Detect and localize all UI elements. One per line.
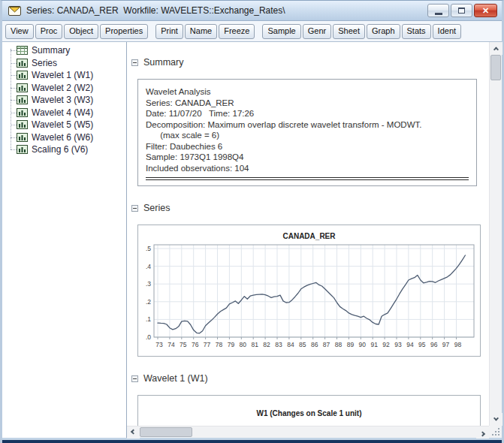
sidebar-item-wavelet-1[interactable]: Wavelet 1 (W1)	[5, 69, 126, 82]
sidebar-item-label: Wavelet 1 (W1)	[32, 70, 93, 80]
section-label: Summary	[143, 57, 183, 68]
collapse-toggle-summary[interactable]	[131, 59, 138, 66]
sidebar-item-wavelet-3[interactable]: Wavelet 3 (W3)	[5, 94, 126, 107]
svg-text:91: 91	[370, 341, 378, 348]
toolbar-button-sheet[interactable]: Sheet	[333, 24, 365, 39]
summary-line: Date: 11/07/20 Time: 17:26	[146, 108, 469, 119]
window-title: Series: CANADA_RER Workfile: WAVELETS::E…	[26, 5, 427, 16]
summary-output-box: Wavelet Analysis Series: CANADA_RER Date…	[137, 79, 477, 186]
toolbar-button-name[interactable]: Name	[185, 24, 217, 39]
svg-text:93: 93	[394, 341, 402, 348]
svg-text:85: 85	[299, 341, 306, 348]
section-label: Series	[143, 203, 170, 213]
bar-chart-icon	[17, 120, 28, 129]
sidebar-item-series[interactable]: Series	[5, 57, 126, 70]
section-header-wavelet1: Wavelet 1 (W1)	[131, 373, 489, 384]
toolbar-button-ident[interactable]: Ident	[433, 24, 461, 39]
svg-text:86: 86	[311, 341, 318, 348]
svg-text:90: 90	[359, 341, 367, 348]
sidebar-item-wavelet-6[interactable]: Wavelet 6 (W6)	[5, 131, 126, 144]
toolbar-button-properties[interactable]: Properties	[100, 24, 148, 39]
sidebar-item-label: Scaling 6 (V6)	[32, 144, 88, 155]
toolbar-button-sample[interactable]: Sample	[262, 24, 300, 39]
summary-line: Decomposition: Maximum overlap discrete …	[146, 119, 469, 131]
vertical-scrollbar[interactable]	[489, 42, 502, 426]
close-button[interactable]: ✕	[474, 4, 497, 17]
bar-chart-icon	[17, 133, 28, 142]
toolbar-button-proc[interactable]: Proc	[35, 24, 63, 39]
restore-button[interactable]	[451, 4, 472, 17]
svg-text:83: 83	[275, 341, 282, 348]
content-area: Summary Wavelet Analysis Series: CANADA_…	[127, 42, 489, 426]
toolbar-button-freeze[interactable]: Freeze	[219, 24, 255, 39]
close-icon: ✕	[482, 7, 489, 15]
sidebar-item-label: Series	[32, 58, 57, 68]
svg-text:.1: .1	[146, 315, 151, 323]
minimize-icon	[435, 13, 442, 15]
toolbar-button-object[interactable]: Object	[64, 24, 98, 39]
minimize-button[interactable]	[427, 4, 449, 17]
resize-grip[interactable]	[489, 426, 502, 438]
toolbar-button-print[interactable]: Print	[155, 24, 183, 39]
vertical-scroll-track[interactable]	[490, 80, 502, 413]
scroll-up-button[interactable]	[490, 42, 502, 55]
svg-text:.3: .3	[146, 280, 151, 288]
svg-text:92: 92	[382, 341, 390, 348]
toolbar: View Proc Object Properties Print Name F…	[2, 21, 502, 42]
toolbar-group-object: View Proc Object Properties	[5, 24, 148, 39]
sidebar-item-label: Wavelet 4 (W4)	[32, 107, 93, 118]
svg-text:82: 82	[263, 341, 270, 348]
sidebar-item-wavelet-2[interactable]: Wavelet 2 (W2)	[5, 82, 126, 95]
svg-text:.5: .5	[146, 245, 151, 252]
horizontal-scroll-thumb[interactable]	[140, 427, 192, 437]
series-graph-box: CANADA_RER .0.1.2.3.4.573747576777879808…	[137, 225, 481, 357]
collapse-toggle-wavelet1[interactable]	[131, 375, 138, 382]
toolbar-button-view[interactable]: View	[5, 24, 34, 39]
summary-line: Wavelet Analysis	[146, 86, 469, 98]
svg-text:75: 75	[180, 341, 187, 348]
toolbar-group-output: Print Name Freeze	[155, 24, 255, 39]
chevron-down-icon	[493, 416, 499, 421]
sidebar-item-label: Wavelet 6 (W6)	[32, 132, 93, 143]
section-label: Wavelet 1 (W1)	[143, 373, 208, 384]
svg-text:96: 96	[430, 341, 438, 348]
window-controls: ✕	[427, 4, 497, 17]
sidebar-item-label: Wavelet 5 (W5)	[32, 119, 93, 130]
section-header-summary: Summary	[131, 57, 489, 68]
svg-text:94: 94	[406, 341, 414, 348]
toolbar-button-stats[interactable]: Stats	[402, 24, 431, 39]
summary-line: (max scale = 6)	[146, 130, 469, 141]
svg-text:88: 88	[335, 341, 343, 348]
collapse-toggle-series[interactable]	[131, 205, 138, 212]
vertical-scroll-thumb[interactable]	[490, 55, 501, 80]
bar-chart-icon	[17, 71, 28, 80]
toolbar-button-graph[interactable]: Graph	[367, 24, 400, 39]
section-header-series: Series	[131, 203, 489, 213]
chart-title: CANADA_RER	[138, 225, 480, 240]
svg-text:77: 77	[204, 341, 211, 348]
sidebar-item-label: Wavelet 3 (W3)	[32, 95, 93, 105]
bar-chart-icon	[17, 145, 28, 154]
wavelet1-chart-title: W1 (Changes on Scale 1 unit)	[138, 396, 480, 417]
scroll-left-button[interactable]	[127, 426, 140, 438]
object-tree: Summary Series Wavelet 1 (W1) Wavelet 2 …	[2, 42, 127, 438]
toolbar-button-genr[interactable]: Genr	[303, 24, 331, 39]
title-bar[interactable]: Series: CANADA_RER Workfile: WAVELETS::E…	[2, 1, 502, 21]
summary-line: Included observations: 104	[146, 163, 469, 174]
svg-text:80: 80	[240, 341, 247, 348]
series-object-icon	[8, 6, 21, 16]
svg-text:79: 79	[228, 341, 235, 348]
bar-chart-icon	[17, 95, 28, 104]
summary-line: Filter: Daubechies 6	[146, 141, 469, 152]
sidebar-item-wavelet-5[interactable]: Wavelet 5 (W5)	[5, 119, 126, 131]
horizontal-scrollbar[interactable]	[127, 426, 489, 438]
scroll-down-button[interactable]	[490, 413, 502, 426]
sidebar-item-wavelet-4[interactable]: Wavelet 4 (W4)	[5, 107, 126, 119]
bar-chart-icon	[17, 83, 28, 92]
table-icon	[17, 46, 28, 55]
sidebar-item-summary[interactable]: Summary	[5, 44, 126, 57]
scroll-right-button[interactable]	[476, 426, 489, 438]
sidebar-item-scaling-6[interactable]: Scaling 6 (V6)	[5, 143, 126, 156]
horizontal-scroll-track[interactable]	[192, 426, 476, 438]
svg-text:78: 78	[216, 341, 223, 348]
